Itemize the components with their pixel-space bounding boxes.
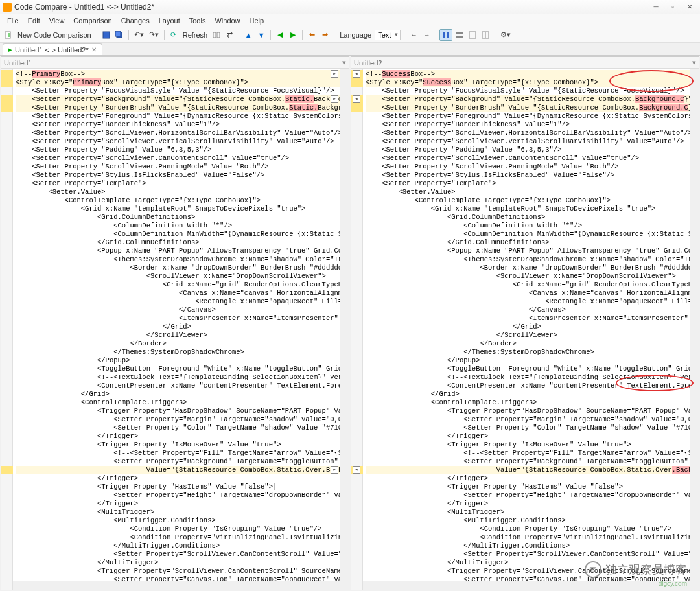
code-line[interactable]: <Setter Property="ScrollViewer.PanningMo… bbox=[16, 163, 349, 171]
code-line[interactable]: <Setter Property="Template"> bbox=[16, 180, 349, 188]
code-line[interactable]: Value="{StaticResource ComboBox.Static.O… bbox=[366, 466, 699, 474]
diff-marker[interactable]: ▸ bbox=[331, 466, 338, 474]
code-line[interactable]: <Condition Property="IsGrouping" Value="… bbox=[16, 525, 349, 533]
swap-icon[interactable]: ⇄ bbox=[224, 29, 235, 41]
code-line[interactable]: </MultiTrigger.Conditions> bbox=[366, 542, 699, 550]
code-line[interactable]: </Themes:SystemDropShadowChrome> bbox=[16, 348, 349, 356]
right-scrollbar-h[interactable] bbox=[363, 581, 690, 590]
menu-changes[interactable]: Changes bbox=[117, 16, 154, 26]
layout2-icon[interactable] bbox=[454, 29, 465, 41]
code-line[interactable]: <Setter Property="Background" Value="{St… bbox=[366, 95, 699, 104]
menu-edit[interactable]: Edit bbox=[23, 16, 45, 26]
code-line[interactable]: <Trigger Property="IsMouseOver" Value="t… bbox=[366, 441, 699, 449]
code-line[interactable]: </Popup> bbox=[16, 356, 349, 365]
code-line[interactable]: <Trigger Property="HasDropShadow" Source… bbox=[366, 407, 699, 415]
menu-tools[interactable]: Tools bbox=[185, 16, 211, 26]
code-line[interactable]: <Setter Property="ScrollViewer.VerticalS… bbox=[366, 137, 699, 146]
refresh-button[interactable]: Refresh bbox=[181, 29, 210, 41]
code-line[interactable]: </ScrollViewer> bbox=[366, 331, 699, 340]
layout4-icon[interactable] bbox=[480, 29, 491, 41]
code-line[interactable]: </Border> bbox=[16, 340, 349, 348]
tab-close-icon[interactable]: ✕ bbox=[91, 46, 97, 53]
code-line[interactable]: </Grid> bbox=[16, 323, 349, 331]
code-line[interactable]: <ToggleButton Foreground="White" x:Name=… bbox=[16, 365, 349, 373]
code-line[interactable]: </Border> bbox=[366, 340, 699, 348]
code-line[interactable]: <ControlTemplate.Triggers> bbox=[366, 399, 699, 407]
menu-view[interactable]: View bbox=[45, 16, 69, 26]
menu-layout[interactable]: Layout bbox=[154, 16, 185, 26]
diff-marker[interactable]: ▸ bbox=[331, 70, 338, 78]
code-line[interactable]: <Setter Property="Margin" TargetName="sh… bbox=[366, 415, 699, 424]
code-line[interactable]: </ScrollViewer> bbox=[16, 331, 349, 340]
copy-right-icon[interactable]: ▶ bbox=[287, 29, 299, 41]
menu-file[interactable]: File bbox=[3, 16, 23, 26]
code-line[interactable]: <Setter Property="ScrollViewer.CanConten… bbox=[16, 550, 349, 559]
code-line[interactable]: <Condition Property="IsGrouping" Value="… bbox=[366, 525, 699, 533]
code-line[interactable]: <Setter Property="BorderBrush" Value="{S… bbox=[366, 104, 699, 112]
code-line[interactable]: <ContentPresenter x:Name="contentPresent… bbox=[16, 382, 349, 390]
code-line[interactable]: </MultiTrigger.Conditions> bbox=[16, 542, 349, 550]
next-diff-icon[interactable]: ▼ bbox=[255, 29, 267, 41]
code-line[interactable]: </Trigger> bbox=[366, 500, 699, 508]
code-line[interactable]: <Setter Property="ScrollViewer.VerticalS… bbox=[16, 137, 349, 146]
code-line[interactable]: <Rectangle x:Name="opaqueRect" Fill="{Bi… bbox=[16, 297, 349, 306]
code-line[interactable]: <Setter Property="Color" TargetName="sha… bbox=[16, 424, 349, 432]
code-line[interactable]: <Grid x:Name="templateRoot" SnapsToDevic… bbox=[16, 205, 349, 213]
refresh-icon[interactable]: ⟳ bbox=[168, 29, 180, 41]
code-line[interactable]: <Trigger Property="IsMouseOver" Value="t… bbox=[16, 441, 349, 449]
diff-marker[interactable]: ◂ bbox=[353, 70, 360, 78]
code-line[interactable]: <ColumnDefinition MinWidth="{DynamicReso… bbox=[16, 230, 349, 238]
code-line[interactable]: <Setter Property="Stylus.IsFlicksEnabled… bbox=[366, 171, 699, 180]
code-line[interactable]: <ColumnDefinition Width="*"/> bbox=[16, 222, 349, 230]
code-line[interactable]: <Setter Property="ScrollViewer.CanConten… bbox=[16, 154, 349, 163]
code-line[interactable]: <ItemsPresenter x:Name="ItemsPresenter" … bbox=[16, 314, 349, 323]
code-line[interactable]: <Setter Property="BorderBrush" Value="{S… bbox=[16, 104, 349, 112]
code-line[interactable]: <MultiTrigger> bbox=[366, 508, 699, 516]
code-line[interactable]: <Setter Property="BorderThickness" Value… bbox=[366, 121, 699, 129]
compare-icon[interactable] bbox=[211, 29, 222, 41]
code-line[interactable]: <Setter Property="Template"> bbox=[366, 180, 699, 188]
minimize-button[interactable]: ─ bbox=[648, 2, 664, 12]
code-line[interactable]: </Grid.ColumnDefinitions> bbox=[16, 238, 349, 247]
diff-marker[interactable]: ◂ bbox=[353, 95, 360, 103]
code-line[interactable]: <Setter Property="Background" Value="{St… bbox=[16, 95, 349, 104]
code-line[interactable]: </Grid> bbox=[366, 390, 699, 399]
code-line[interactable]: <Grid x:Name="grid" RenderOptions.ClearT… bbox=[16, 281, 349, 289]
code-line[interactable]: <MultiTrigger.Conditions> bbox=[16, 516, 349, 525]
code-line[interactable]: <ColumnDefinition Width="*"/> bbox=[366, 222, 699, 230]
code-line[interactable]: </Trigger> bbox=[366, 474, 699, 483]
layout1-icon[interactable] bbox=[439, 29, 452, 41]
code-line[interactable]: <Canvas x:Name="canvas" HorizontalAlignm… bbox=[16, 289, 349, 297]
code-line[interactable]: <!--<Setter Property="Fill" TargetName="… bbox=[366, 449, 699, 458]
code-line[interactable]: <Themes:SystemDropShadowChrome x:Name="s… bbox=[366, 255, 699, 264]
code-line[interactable]: <Setter Property="Foreground" Value="{Dy… bbox=[16, 112, 349, 121]
code-line[interactable]: <ControlTemplate TargetType="{x:Type Com… bbox=[366, 196, 699, 205]
merge-right-icon[interactable]: ➡ bbox=[319, 29, 331, 41]
left-scrollbar-v[interactable] bbox=[340, 69, 349, 590]
code-line[interactable]: <Setter.Value> bbox=[366, 188, 699, 196]
code-line[interactable]: Value="{StaticResource ComboBox.Static.O… bbox=[16, 466, 349, 474]
code-line[interactable]: <Setter Property="ScrollViewer.CanConten… bbox=[366, 550, 699, 559]
diff-marker[interactable]: ▸ bbox=[331, 95, 338, 103]
code-line[interactable]: <Setter Property="Padding" Value="6,3,5,… bbox=[16, 146, 349, 154]
save-all-icon[interactable] bbox=[113, 29, 125, 41]
code-line[interactable]: <Rectangle x:Name="opaqueRect" Fill="{Bi… bbox=[366, 297, 699, 306]
code-line[interactable]: <ColumnDefinition MinWidth="{DynamicReso… bbox=[366, 230, 699, 238]
code-line[interactable]: <Popup x:Name="PART_Popup" AllowsTranspa… bbox=[16, 247, 349, 255]
code-line[interactable]: </Trigger> bbox=[16, 474, 349, 483]
code-line[interactable]: </MultiTrigger> bbox=[16, 559, 349, 567]
code-line[interactable]: <Setter Property="Height" TargetName="dr… bbox=[16, 491, 349, 500]
nav-back-icon[interactable]: ← bbox=[408, 29, 419, 41]
code-line[interactable]: <Canvas x:Name="canvas" HorizontalAlignm… bbox=[366, 289, 699, 297]
code-line[interactable]: <!--PrimaryBox--> bbox=[16, 70, 349, 78]
code-line[interactable]: <Condition Property="VirtualizingPanel.I… bbox=[366, 533, 699, 542]
redo-icon[interactable]: ↷▾ bbox=[147, 29, 161, 41]
code-line[interactable]: <Setter Property="Color" TargetName="sha… bbox=[366, 424, 699, 432]
new-comparison-button[interactable]: New Code Comparison bbox=[16, 29, 93, 41]
code-line[interactable]: <Setter Property="BorderThickness" Value… bbox=[16, 121, 349, 129]
code-line[interactable]: <Condition Property="VirtualizingPanel.I… bbox=[16, 533, 349, 542]
code-line[interactable]: <Trigger Property="HasItems" Value="fals… bbox=[16, 483, 349, 491]
code-line[interactable]: <Setter Property="Stylus.IsFlicksEnabled… bbox=[16, 171, 349, 180]
menu-help[interactable]: Help bbox=[245, 16, 269, 26]
code-line[interactable]: <Trigger Property="HasDropShadow" Source… bbox=[16, 407, 349, 415]
